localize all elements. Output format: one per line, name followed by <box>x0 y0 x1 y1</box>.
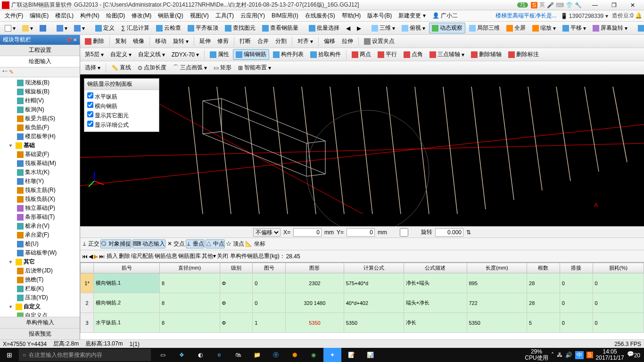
viewrebar-button[interactable]: 查看钢筋量 <box>259 23 301 33</box>
merge-button[interactable]: 合并 <box>255 36 272 47</box>
tree-item[interactable]: 筏板基础(M) <box>1 159 79 168</box>
insert-button[interactable]: 插入 <box>107 252 118 260</box>
selfloor-button[interactable]: 选择楼层 <box>635 23 644 33</box>
findgraph-button[interactable]: 查找图元 <box>222 23 258 33</box>
3d-viewport[interactable]: A 钢筋显示控制面板 水平纵筋 横向钢筋 显示其它图元 显示详细公式 <box>80 74 644 226</box>
display-checkbox[interactable]: 显示详细公式 <box>87 120 156 130</box>
cpu-meter[interactable]: 29%CPU使用 <box>525 349 548 361</box>
tree-item[interactable]: 基础梁(F) <box>1 150 79 159</box>
tray-clock[interactable]: 14:052017/11/17 <box>596 349 624 361</box>
rebarinfo-button[interactable]: 钢筋信息 <box>155 252 177 260</box>
arc3-button[interactable]: ⌒ 三点画弧 ▾ <box>170 62 210 73</box>
menu-component[interactable]: 构件(N) <box>77 11 102 21</box>
offset-button[interactable]: 偏移 <box>321 36 338 47</box>
grid-row[interactable]: 1*横向钢筋.18Φ02302575+40*d净长+端头8952800 <box>81 273 644 293</box>
objsnap-toggle[interactable]: ◎ 对象捕捉 <box>100 239 131 248</box>
close-grid-button[interactable]: 关闭 <box>217 252 228 260</box>
lookdown-button[interactable]: 俯视▾ <box>399 23 428 33</box>
threeaux-button[interactable]: 三点辅轴▾ <box>427 49 467 60</box>
pan-button[interactable]: 平移▾ <box>560 23 589 33</box>
tree-item[interactable]: 承台梁(F) <box>1 230 79 239</box>
tree-item[interactable]: 柱帽(V) <box>1 96 79 105</box>
addlen-button[interactable]: ⊙ 点加长度 <box>135 62 169 73</box>
prev-button[interactable]: ◀ <box>343 24 353 33</box>
delete-row-button[interactable]: 删除 <box>119 252 130 260</box>
stretch-button[interactable]: 拉伸 <box>339 36 356 47</box>
new-change-button[interactable]: 新建变更 ▾ <box>396 11 428 21</box>
tree-item[interactable]: 条形基础(T) <box>1 213 79 222</box>
code-select[interactable]: ZDYX-70 ▾ <box>169 50 202 59</box>
menu-edit[interactable]: 编辑(E) <box>27 11 51 21</box>
grid-header[interactable]: 图号 <box>253 263 286 273</box>
tree-item[interactable]: 独立基础(P) <box>1 204 79 213</box>
tray-sogou-icon[interactable]: S <box>586 352 593 358</box>
tree-item[interactable]: 基础板带(W) <box>1 248 79 257</box>
tree-item[interactable]: 板洞(N) <box>1 105 79 114</box>
grid-header[interactable]: 搭接 <box>560 263 593 273</box>
undo-button[interactable]: ▾ <box>54 24 70 33</box>
tray-net-icon[interactable]: 🖧 <box>557 352 562 358</box>
define-button[interactable]: 定义 <box>92 23 117 33</box>
mirror-button[interactable]: 镜像 <box>130 36 147 47</box>
attr-button[interactable]: 属性 <box>207 49 232 60</box>
app-icon-7[interactable]: 📊 <box>361 348 379 362</box>
ime-logo-icon[interactable]: S <box>531 2 537 8</box>
note-link[interactable]: 楼梯里高端平板净长是... <box>495 12 557 20</box>
edge-icon[interactable]: e <box>210 348 228 362</box>
floor-select[interactable]: 第5层 ▾ <box>82 49 107 60</box>
tree-item[interactable]: 挑檐(T) <box>1 275 79 284</box>
app-icon-1[interactable]: ❖ <box>173 348 190 362</box>
taskbar-search[interactable]: ○ 在这里输入你想要搜索的内容 <box>19 349 151 361</box>
user-button[interactable]: 👤 广小二 <box>429 11 461 21</box>
split-button[interactable]: 分割 <box>272 36 289 47</box>
grid-header[interactable]: 级别 <box>220 263 253 273</box>
grid-row[interactable]: 3水平纵筋.18Φ153505350净长5350500 <box>81 313 644 333</box>
scale-button[interactable]: 缩尺配筋 <box>131 252 154 260</box>
menu-rebar[interactable]: 钢筋量(Q) <box>155 11 186 21</box>
next-button[interactable]: ▶ <box>354 24 364 33</box>
ime-tool-icon[interactable]: 🔧 <box>575 2 582 8</box>
extend-button[interactable]: 延伸 <box>197 36 214 47</box>
menu-help[interactable]: 帮助(H) <box>339 11 364 21</box>
sumcalc-button[interactable]: ∑ 汇总计算 <box>118 23 152 33</box>
delete-button[interactable]: 删除 <box>82 36 107 47</box>
app-icon-4[interactable]: ◉ <box>305 348 322 362</box>
redo-button[interactable]: ▾ <box>71 24 88 33</box>
menu-cloud[interactable]: 云应用(Y) <box>238 11 268 21</box>
nav-first[interactable]: ⏮ <box>82 253 88 260</box>
copy-button[interactable]: 复制 <box>112 36 129 47</box>
tree-item[interactable]: 压顶(YD) <box>1 293 79 302</box>
tree-item[interactable]: 板负筋(F) <box>1 123 79 132</box>
ortho-toggle[interactable]: ⊥ 正交 <box>82 240 99 248</box>
dynview-button[interactable]: 动态观察 <box>429 23 465 33</box>
deldim-button[interactable]: 删除标注 <box>505 49 542 60</box>
menu-online[interactable]: 在线服务(S) <box>302 11 338 21</box>
minimize-button[interactable]: — <box>586 0 604 10</box>
tree-item[interactable]: 现浇板(B) <box>1 78 79 87</box>
nav-next[interactable]: ▶ <box>94 253 98 260</box>
menu-view[interactable]: 视图(V) <box>187 11 212 21</box>
tree-item[interactable]: ▾其它 <box>1 257 79 266</box>
dyninput-toggle[interactable]: ⌨ 动态输入 <box>132 239 165 248</box>
grid-header[interactable]: 计算公式 <box>344 263 404 273</box>
complist-button[interactable]: 构件列表 <box>270 49 306 60</box>
tree-item[interactable]: ▾自定义 <box>1 302 79 311</box>
tree-item[interactable]: 楼层板带(H) <box>1 132 79 141</box>
explorer-icon[interactable]: 📁 <box>248 348 266 362</box>
offset-select[interactable]: 不偏移 <box>253 228 281 237</box>
grid-header[interactable]: 筋号 <box>94 263 160 273</box>
ime-mic-icon[interactable]: 🎤 <box>547 2 554 8</box>
layer-select[interactable]: 自定义 ▾ <box>107 49 134 60</box>
tray-up-icon[interactable]: ˄ <box>551 352 554 358</box>
tree-item[interactable]: 筏板主筋(R) <box>1 186 79 195</box>
grid-header[interactable] <box>81 263 94 273</box>
grid-header[interactable]: 图形 <box>286 263 344 273</box>
menu-tool[interactable]: 工具(T) <box>213 11 237 21</box>
ie-icon[interactable]: ⓔ <box>267 348 285 362</box>
local3d-button[interactable]: 局部三维 <box>466 23 503 33</box>
grid-header[interactable]: 损耗(%) <box>593 263 644 273</box>
tree-item[interactable]: 螺旋板(B) <box>1 87 79 96</box>
line-button[interactable]: 📏 直线 <box>108 62 134 73</box>
start-button[interactable]: ⊞ <box>0 348 19 362</box>
rotate-button[interactable]: 旋转▾ <box>170 36 191 47</box>
